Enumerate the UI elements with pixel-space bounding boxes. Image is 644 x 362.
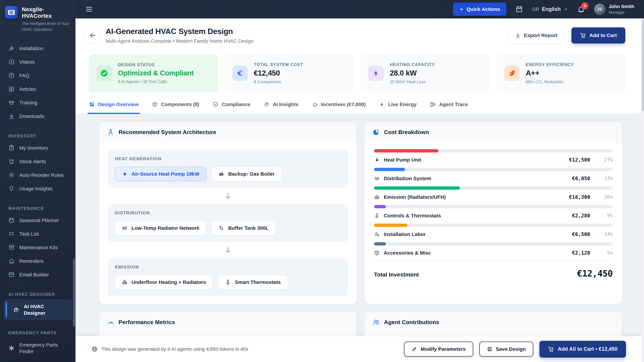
cost-row: Distribution System €6,050 13%: [374, 168, 613, 181]
card-title: Performance Metrics: [118, 319, 175, 326]
total-label: Total Investment: [374, 271, 419, 278]
download-icon: [8, 113, 14, 119]
cost-label: Installation Labor: [384, 231, 426, 237]
avatar: JS: [594, 3, 606, 15]
export-report-button[interactable]: Export Report: [508, 27, 565, 43]
page-scrollbar[interactable]: [641, 18, 644, 362]
user-name: John Smith: [609, 4, 634, 9]
waves-icon: [374, 176, 380, 181]
stat-label: ENERGY EFFICIENCY: [526, 62, 574, 67]
cost-label: Accessories & Misc: [384, 250, 431, 256]
sidebar-item[interactable]: Videos: [4, 55, 72, 69]
bulb-icon: [8, 186, 14, 192]
sidebar-item[interactable]: Articles: [4, 82, 72, 96]
flow-arrow-icon: [108, 188, 348, 204]
tab[interactable]: Incentives (€7,000): [312, 102, 366, 114]
cost-breakdown-card: Cost Breakdown Heat Pump Unit €12: [364, 122, 622, 304]
cost-value: €16,300: [569, 194, 590, 200]
language-code: GB: [532, 6, 539, 12]
sidebar-item[interactable]: FAQ: [4, 69, 72, 82]
cost-percent: 36%: [594, 194, 613, 200]
sidebar-item[interactable]: Downloads: [4, 109, 72, 123]
brand-name: Nexgile-HVACortex: [22, 6, 70, 19]
tab[interactable]: Compliance: [213, 102, 250, 114]
cost-value: €6,050: [572, 175, 590, 181]
play-icon: [8, 59, 14, 65]
cost-percent: 27%: [594, 157, 613, 163]
sidebar-item[interactable]: Training: [4, 96, 72, 109]
brand: Nexgile-HVACortex The Intelligent Brain …: [0, 0, 76, 38]
calendar-icon: [8, 217, 14, 223]
stat-card: TOTAL SYSTEM COST €12,450 8 Components: [225, 55, 354, 92]
component-chip[interactable]: Underfloor Heating + Radiators: [115, 275, 213, 290]
trace-icon: [430, 102, 436, 107]
stat-card: HEATING CAPACITY 28.0 kW 25 W/m² Heat Lo…: [361, 55, 489, 92]
sidebar-scrollbar-thumb[interactable]: [73, 259, 75, 327]
save-design-button[interactable]: Save Design: [479, 342, 533, 357]
cart-icon: [548, 346, 554, 352]
modify-parameters-button[interactable]: Modify Parameters: [404, 342, 473, 357]
calendar-icon[interactable]: [515, 5, 523, 13]
sidebar-item[interactable]: Usage Insights: [4, 182, 72, 195]
sidebar-item[interactable]: Auto-Reorder Rules: [4, 168, 72, 182]
compass-icon: [107, 129, 114, 136]
sidebar-item[interactable]: Stock Alerts: [4, 155, 72, 168]
users-icon: [373, 319, 380, 326]
thermo-icon: [374, 213, 380, 219]
bar-fill: [374, 168, 405, 171]
sidebar-item[interactable]: Task List: [4, 227, 72, 241]
tab[interactable]: Agent Trace: [430, 102, 468, 114]
cost-row: Installation Labor €6,500 14%: [374, 224, 613, 237]
add-all-to-cart-button[interactable]: Add All to Cart • €12,450: [539, 341, 626, 358]
archive-icon: [8, 244, 14, 251]
bolt-icon: [379, 102, 385, 107]
component-chip[interactable]: Smart Thermostats: [218, 275, 288, 290]
cost-label: Emission (Radiators/UFH): [384, 194, 446, 200]
download-icon: [515, 33, 520, 38]
shield-check-icon: [213, 102, 218, 107]
sidebar-item[interactable]: Emergency Parts Finder: [4, 338, 72, 358]
flame-icon: [374, 157, 380, 163]
gear-icon: [8, 172, 14, 178]
tab-bar: Design Overview Components (8) Complianc…: [76, 92, 644, 114]
cost-row: Heat Pump Unit €12,500 27%: [374, 149, 613, 163]
piggy-icon: [312, 102, 318, 107]
user-menu[interactable]: JS John Smith Manager: [594, 3, 634, 15]
grid-icon: [89, 102, 94, 107]
component-chip[interactable]: Air-Source Heat Pump 18kW: [115, 167, 206, 181]
page-scrollbar-thumb[interactable]: [642, 19, 644, 111]
component-chip[interactable]: Low-Temp Radiator Network: [115, 221, 206, 235]
language-selector[interactable]: GB English: [532, 6, 568, 12]
tab[interactable]: Components (8): [152, 102, 199, 114]
component-chip[interactable]: Buffer Tank 300L: [212, 221, 276, 235]
plus-icon: [459, 7, 464, 11]
tab[interactable]: Design Overview: [89, 102, 138, 114]
sidebar-item[interactable]: Reminders: [4, 254, 72, 268]
tab[interactable]: AI Insights: [264, 102, 298, 114]
sidebar-item-ai-hvac-designer[interactable]: AI HVAC Designer: [4, 300, 72, 320]
tasks-icon: [8, 231, 14, 237]
menu-icon[interactable]: [85, 5, 93, 13]
bar-fill: [374, 224, 407, 227]
cost-percent: 13%: [594, 176, 613, 181]
add-to-cart-button[interactable]: Add to Cart: [572, 27, 625, 43]
cost-percent: 14%: [594, 231, 613, 237]
tab[interactable]: Live Energy: [379, 102, 416, 114]
cost-value: €12,500: [569, 157, 590, 163]
quick-actions-button[interactable]: Quick Actions: [453, 3, 506, 16]
sidebar-item[interactable]: Email Builder: [4, 268, 72, 281]
stat-label: TOTAL SYSTEM COST: [254, 62, 303, 67]
sidebar-item[interactable]: Maintenance Kits: [4, 241, 72, 254]
sidebar-item[interactable]: My Inventory: [4, 141, 72, 155]
architecture-card: Recommended System Architecture HEAT GEN…: [99, 122, 357, 304]
gauge-icon: [107, 319, 114, 326]
sidebar-item[interactable]: Installation: [4, 41, 72, 55]
sidebar-nav: Installation Videos FAQ Articles: [0, 38, 76, 362]
component-chip[interactable]: Backup: Gas Boiler: [212, 167, 282, 181]
stage-emission: EMISSION Underfloor Heating + Radiators …: [108, 258, 348, 296]
sidebar-item[interactable]: Seasonal Planner: [4, 214, 72, 227]
notifications-button[interactable]: 4: [577, 5, 585, 13]
cloud-up-icon: [218, 171, 224, 177]
total-value: €12,450: [577, 269, 613, 279]
back-button[interactable]: [85, 28, 100, 43]
